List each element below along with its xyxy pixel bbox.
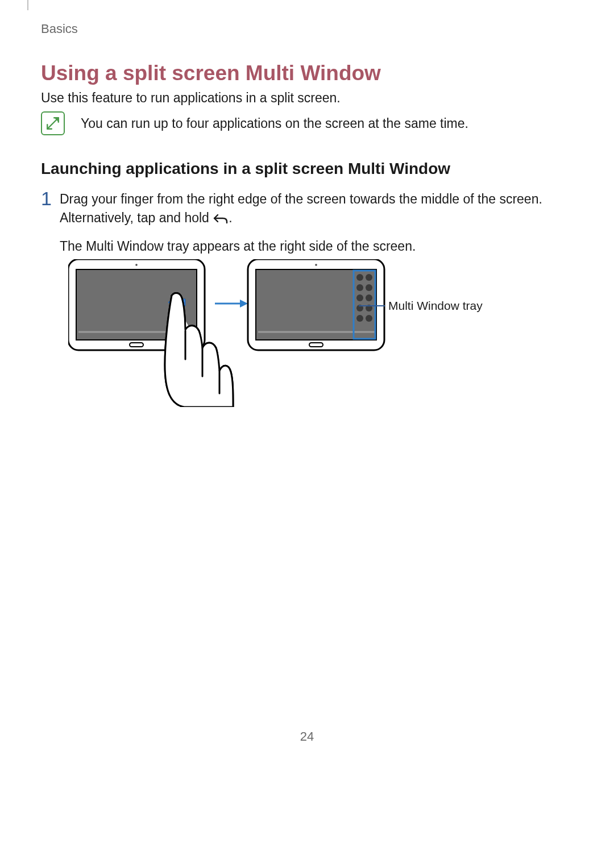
callout-label: Multi Window tray — [388, 299, 483, 313]
svg-marker-10 — [240, 300, 248, 308]
intro-text: Use this feature to run applications in … — [41, 90, 341, 106]
svg-rect-2 — [106, 259, 118, 260]
note-row: You can run up to four applications on t… — [41, 111, 468, 135]
page-number: 24 — [0, 729, 614, 744]
svg-point-14 — [315, 264, 317, 266]
svg-point-20 — [356, 274, 363, 281]
svg-rect-12 — [269, 259, 282, 260]
callout-line — [359, 305, 385, 306]
svg-point-3 — [135, 264, 138, 266]
step-line-1b: . — [229, 210, 232, 225]
step-line-1a: Drag your finger from the right edge of … — [60, 192, 542, 225]
step-body: Drag your finger from the right edge of … — [60, 190, 560, 266]
svg-point-25 — [366, 294, 372, 301]
svg-point-23 — [366, 284, 372, 291]
step-number: 1 — [41, 189, 52, 208]
svg-point-24 — [356, 294, 363, 301]
back-icon — [213, 211, 229, 224]
svg-point-28 — [356, 315, 363, 322]
step-line-2: The Multi Window tray appears at the rig… — [60, 237, 560, 256]
svg-point-21 — [366, 274, 372, 281]
svg-point-29 — [366, 315, 372, 322]
page-heading: Using a split screen Multi Window — [41, 61, 381, 85]
svg-rect-1 — [90, 259, 102, 260]
step-1: 1 Drag your finger from the right edge o… — [41, 190, 560, 266]
header-divider — [27, 0, 28, 10]
multi-window-figure — [68, 259, 569, 407]
note-pen-icon — [41, 111, 65, 135]
note-text: You can run up to four applications on t… — [81, 116, 468, 131]
svg-point-22 — [356, 284, 363, 291]
sub-heading: Launching applications in a split screen… — [41, 160, 450, 178]
breadcrumb: Basics — [41, 22, 78, 36]
svg-rect-13 — [285, 259, 298, 260]
